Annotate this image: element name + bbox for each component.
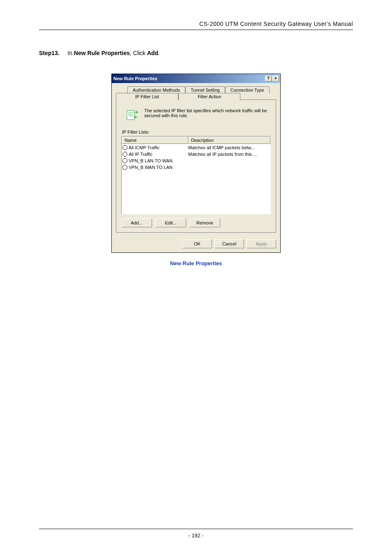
step-text-bold2: Add (147, 50, 158, 56)
ip-filter-lists-label: IP Filter Lists: (122, 130, 271, 134)
ok-button[interactable]: OK (182, 239, 212, 248)
step-text-mid: , Click (130, 50, 147, 56)
step-text-pre: In (67, 50, 74, 56)
footer-rule (39, 529, 353, 529)
filter-list-icon (125, 108, 138, 122)
apply-button: Apply (247, 239, 276, 248)
list-item[interactable]: VPN_B LAN TO WAN (122, 157, 270, 164)
step-text-post: . (158, 50, 160, 56)
list-item[interactable]: All IP Traffic Matches all IP packets fr… (122, 151, 270, 157)
radio-icon[interactable] (122, 158, 127, 163)
step-number: Step13. (39, 50, 60, 56)
list-item[interactable]: All ICMP Traffic Matches all ICMP packet… (122, 144, 270, 151)
titlebar-help-button[interactable]: ? (265, 76, 272, 81)
figure-caption: New Rule Properties (39, 260, 353, 266)
info-text: The selected IP filter list specifies wh… (144, 108, 267, 118)
radio-icon[interactable] (122, 145, 127, 150)
radio-icon[interactable] (122, 152, 127, 157)
tab-panel-ip-filter-list: The selected IP filter list specifies wh… (116, 99, 276, 233)
dialog-titlebar[interactable]: New Rule Properties ? × (112, 74, 280, 83)
add-button[interactable]: Add... (121, 218, 152, 227)
page-number: - 192 - (39, 532, 353, 539)
cancel-button[interactable]: Cancel (214, 239, 244, 248)
edit-button[interactable]: Edit... (155, 218, 186, 227)
remove-button[interactable]: Remove (189, 218, 220, 227)
dialog-title: New Rule Properties (113, 76, 157, 81)
row-desc: Matches all IP packets from this ... (188, 152, 270, 157)
radio-icon[interactable] (122, 165, 127, 170)
list-item[interactable]: VPN_B WAN TO LAN (122, 164, 270, 171)
tab-authentication-methods[interactable]: Authentication Methods (127, 86, 185, 93)
step-instruction: Step13. In New Rule Properties, Click Ad… (39, 50, 353, 56)
column-name[interactable]: Name (122, 136, 188, 144)
page-footer: - 192 - (39, 529, 353, 539)
row-desc: Matches all ICMP packets betw... (188, 145, 270, 150)
row-name: All ICMP Traffic (129, 145, 159, 150)
row-name: VPN_B WAN TO LAN (129, 165, 173, 170)
tab-filter-action[interactable]: Filter Action (178, 93, 240, 100)
column-description[interactable]: Description (188, 136, 270, 144)
row-name: All IP Traffic (129, 152, 152, 157)
dialog-new-rule-properties: New Rule Properties ? × Authentication M… (111, 74, 281, 253)
ip-filter-listview[interactable]: Name Description All ICMP Traffic Matche… (121, 136, 271, 214)
step-text-bold1: New Rule Properties (74, 50, 130, 56)
titlebar-close-button[interactable]: × (272, 76, 279, 81)
row-name: VPN_B LAN TO WAN (129, 158, 173, 163)
page-header: CS-2000 UTM Content Security Gateway Use… (39, 21, 353, 27)
tab-ip-filter-list[interactable]: IP Filter List (116, 93, 178, 100)
tab-tunnel-setting[interactable]: Tunnel Setting (185, 86, 225, 93)
svg-rect-0 (127, 111, 134, 120)
header-rule (39, 30, 353, 30)
tab-connection-type[interactable]: Connection Type (225, 86, 270, 93)
